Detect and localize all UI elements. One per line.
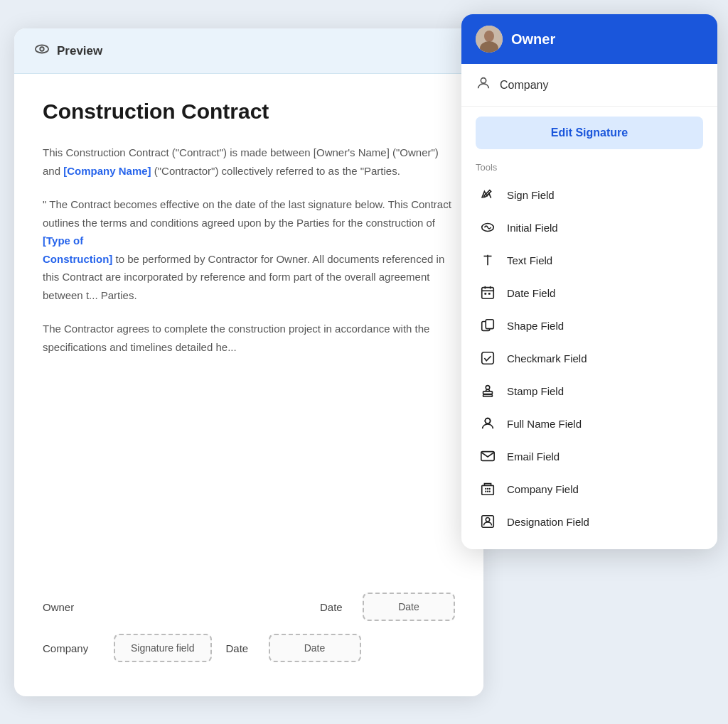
company-row-panel[interactable]: Company xyxy=(461,64,717,107)
owner-date-field[interactable]: Date xyxy=(363,593,455,621)
company-date-label: Date xyxy=(226,642,255,654)
sign-field-label: Sign Field xyxy=(507,189,555,201)
initial-field-icon xyxy=(478,218,497,237)
para-3: The Contractor agrees to complete the co… xyxy=(43,320,455,356)
highlight-company: [Company Name] xyxy=(63,165,151,177)
doc-footer: Owner Date Date Company Signature field … xyxy=(14,593,483,675)
svg-rect-9 xyxy=(482,288,494,299)
svg-point-32 xyxy=(486,518,490,522)
svg-rect-19 xyxy=(483,395,493,397)
initial-field-label: Initial Field xyxy=(507,222,558,234)
tool-initial-field[interactable]: Initial Field xyxy=(476,211,703,244)
company-row-label: Company xyxy=(43,642,100,654)
tool-date-field[interactable]: Date Field xyxy=(476,276,703,309)
owner-date-label: Date xyxy=(320,601,348,613)
designation-field-icon xyxy=(478,512,497,531)
company-field-label: Company Field xyxy=(507,483,579,495)
svg-point-0 xyxy=(36,45,48,53)
svg-rect-16 xyxy=(486,320,493,329)
date-field-label: Date Field xyxy=(507,287,555,299)
person-icon xyxy=(476,75,491,94)
panel-title: Owner xyxy=(511,31,555,48)
svg-rect-18 xyxy=(483,391,493,394)
designation-field-label: Designation Field xyxy=(507,516,589,528)
svg-rect-17 xyxy=(482,352,494,364)
scene: Preview Construction Contract This Const… xyxy=(0,0,728,724)
para-1: This Construction Contract ("Contract") … xyxy=(43,144,455,180)
tool-designation-field[interactable]: Designation Field xyxy=(476,505,703,538)
tools-section: Tools Sign Field xyxy=(461,159,717,549)
company-field-icon xyxy=(478,480,497,498)
sign-field-icon xyxy=(478,185,497,204)
tool-text-field[interactable]: Text Field xyxy=(476,244,703,276)
shape-field-label: Shape Field xyxy=(507,320,564,332)
owner-row: Owner Date Date xyxy=(43,593,455,621)
avatar xyxy=(476,26,503,53)
email-field-icon xyxy=(478,447,497,465)
email-field-label: Email Field xyxy=(507,450,560,463)
fullname-field-icon xyxy=(478,414,497,433)
svg-point-1 xyxy=(40,47,44,51)
right-panel: Owner Company Edit Signature Tools xyxy=(461,14,717,549)
highlight-construction: [Type ofConstruction] xyxy=(43,234,112,265)
preview-label: Preview xyxy=(57,44,102,58)
doc-title: Construction Contract xyxy=(43,99,455,124)
svg-rect-24 xyxy=(482,485,494,495)
signature-field-box[interactable]: Signature field xyxy=(114,634,212,662)
preview-icon xyxy=(34,41,50,60)
tool-sign-field[interactable]: Sign Field xyxy=(476,178,703,211)
document-panel: Preview Construction Contract This Const… xyxy=(14,28,483,696)
fullname-field-label: Full Name Field xyxy=(507,418,582,430)
para-2: " The Contract becomes effective on the … xyxy=(43,195,455,304)
company-name: Company xyxy=(500,79,548,92)
svg-point-5 xyxy=(481,78,486,83)
company-date-field[interactable]: Date xyxy=(269,634,361,662)
checkmark-field-label: Checkmark Field xyxy=(507,352,587,364)
text-field-label: Text Field xyxy=(507,254,552,266)
tool-shape-field[interactable]: Shape Field xyxy=(476,309,703,342)
shape-field-icon xyxy=(478,316,497,335)
svg-point-20 xyxy=(486,386,490,390)
doc-content: Construction Contract This Construction … xyxy=(14,74,483,397)
doc-header: Preview xyxy=(14,28,483,74)
stamp-field-icon xyxy=(478,382,497,400)
tool-stamp-field[interactable]: Stamp Field xyxy=(476,374,703,407)
checkmark-field-icon xyxy=(478,349,497,367)
svg-rect-14 xyxy=(488,293,491,295)
tool-email-field[interactable]: Email Field xyxy=(476,440,703,472)
svg-point-22 xyxy=(485,418,490,423)
tool-checkmark-field[interactable]: Checkmark Field xyxy=(476,342,703,374)
company-row: Company Signature field Date Date xyxy=(43,634,455,662)
svg-point-3 xyxy=(484,31,494,42)
edit-signature-button[interactable]: Edit Signature xyxy=(476,117,703,149)
date-field-icon xyxy=(478,283,497,302)
tool-company-field[interactable]: Company Field xyxy=(476,472,703,505)
panel-header: Owner xyxy=(461,14,717,64)
stamp-field-label: Stamp Field xyxy=(507,385,564,397)
owner-label: Owner xyxy=(43,601,100,613)
svg-rect-13 xyxy=(484,293,486,295)
text-field-icon xyxy=(478,251,497,269)
tools-label: Tools xyxy=(476,159,703,173)
doc-body: This Construction Contract ("Contract") … xyxy=(43,144,455,356)
tool-fullname-field[interactable]: Full Name Field xyxy=(476,407,703,440)
